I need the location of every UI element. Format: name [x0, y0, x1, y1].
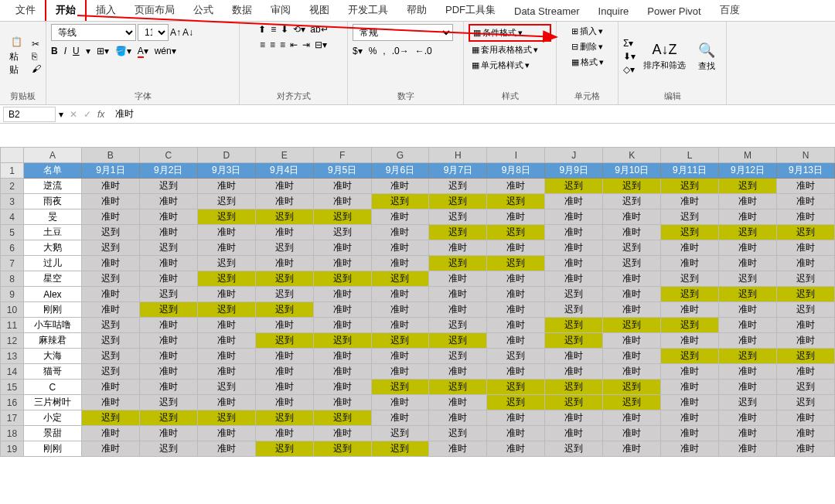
indent-inc-icon[interactable]: ⇥	[302, 39, 310, 50]
name-box[interactable]	[3, 107, 56, 122]
data-cell[interactable]: 迟到	[81, 333, 139, 349]
font-name-select[interactable]: 等线	[51, 24, 136, 41]
data-cell[interactable]: 准时	[197, 426, 255, 441]
data-cell[interactable]: 迟到	[719, 271, 777, 287]
row-header-6[interactable]: 6	[1, 240, 24, 256]
copy-icon[interactable]: ⎘	[32, 51, 41, 62]
data-cell[interactable]: 准时	[545, 225, 603, 240]
data-cell[interactable]: 准时	[255, 194, 313, 209]
data-cell[interactable]: 迟到	[313, 441, 371, 457]
underline-button[interactable]: U	[73, 46, 80, 56]
data-cell[interactable]: 准时	[603, 349, 661, 364]
header-cell[interactable]: 9月4日	[255, 163, 313, 179]
data-cell[interactable]: 迟到	[313, 410, 371, 426]
col-header-F[interactable]: F	[313, 148, 371, 163]
data-cell[interactable]: 准时	[81, 380, 139, 395]
data-cell[interactable]: 迟到	[255, 302, 313, 318]
data-cell[interactable]: 准时	[139, 271, 197, 287]
row-header-5[interactable]: 5	[1, 225, 24, 240]
data-cell[interactable]: 准时	[371, 395, 429, 410]
tab-数据[interactable]: 数据	[223, 0, 261, 21]
header-cell[interactable]: 9月12日	[719, 163, 777, 179]
data-cell[interactable]: 准时	[371, 410, 429, 426]
data-cell[interactable]: 迟到	[487, 256, 545, 271]
name-cell[interactable]: 大鹅	[23, 240, 81, 256]
data-cell[interactable]: 迟到	[487, 194, 545, 209]
row-header-19[interactable]: 19	[1, 441, 24, 457]
data-cell[interactable]: 迟到	[429, 380, 487, 395]
tab-审阅[interactable]: 审阅	[261, 0, 300, 21]
data-cell[interactable]: 准时	[371, 318, 429, 333]
table-format-button[interactable]: ▦ 套用表格格式▾	[469, 43, 551, 57]
data-cell[interactable]: 迟到	[429, 426, 487, 441]
data-cell[interactable]: 准时	[719, 380, 777, 395]
data-cell[interactable]: 迟到	[81, 364, 139, 380]
data-cell[interactable]: 准时	[197, 225, 255, 240]
data-cell[interactable]: 准时	[776, 194, 834, 209]
data-cell[interactable]: 迟到	[487, 225, 545, 240]
name-cell[interactable]: C	[23, 380, 81, 395]
tab-Data Streamer[interactable]: Data Streamer	[505, 2, 589, 21]
data-cell[interactable]: 准时	[487, 179, 545, 194]
number-format-select[interactable]: 常规	[353, 24, 453, 41]
data-cell[interactable]: 迟到	[139, 287, 197, 302]
data-cell[interactable]: 准时	[776, 256, 834, 271]
row-header-18[interactable]: 18	[1, 426, 24, 441]
name-cell[interactable]: 雨夜	[23, 194, 81, 209]
data-cell[interactable]: 迟到	[255, 333, 313, 349]
data-cell[interactable]: 准时	[139, 209, 197, 225]
col-header-M[interactable]: M	[719, 148, 777, 163]
increase-font-icon[interactable]: A↑	[170, 27, 181, 38]
data-cell[interactable]: 准时	[661, 333, 719, 349]
data-cell[interactable]: 迟到	[545, 333, 603, 349]
data-cell[interactable]: 迟到	[313, 271, 371, 287]
format-painter-icon[interactable]: 🖌	[32, 63, 41, 74]
data-cell[interactable]: 准时	[197, 395, 255, 410]
delete-cells-button[interactable]: ⊟删除▾	[568, 39, 606, 54]
row-header-13[interactable]: 13	[1, 349, 24, 364]
col-header-N[interactable]: N	[776, 148, 834, 163]
data-cell[interactable]: 准时	[776, 318, 834, 333]
data-cell[interactable]: 准时	[197, 333, 255, 349]
data-cell[interactable]: 准时	[545, 209, 603, 225]
row-header-17[interactable]: 17	[1, 410, 24, 426]
data-cell[interactable]: 准时	[313, 318, 371, 333]
name-cell[interactable]: 逆流	[23, 179, 81, 194]
data-cell[interactable]: 迟到	[371, 441, 429, 457]
data-cell[interactable]: 准时	[197, 364, 255, 380]
data-cell[interactable]: 准时	[313, 349, 371, 364]
fill-color-icon[interactable]: 🪣▾	[115, 46, 131, 56]
data-cell[interactable]: 迟到	[139, 441, 197, 457]
col-header-L[interactable]: L	[661, 148, 719, 163]
row-header-3[interactable]: 3	[1, 194, 24, 209]
autosum-icon[interactable]: Σ▾	[623, 38, 636, 49]
data-cell[interactable]: 准时	[545, 410, 603, 426]
data-cell[interactable]: 迟到	[197, 410, 255, 426]
conditional-format-button[interactable]: ▦ 条件格式▾	[469, 24, 551, 42]
data-cell[interactable]: 迟到	[545, 318, 603, 333]
data-cell[interactable]: 准时	[313, 395, 371, 410]
header-cell[interactable]: 9月3日	[197, 163, 255, 179]
data-cell[interactable]: 迟到	[429, 349, 487, 364]
data-cell[interactable]: 迟到	[661, 225, 719, 240]
data-cell[interactable]: 准时	[313, 179, 371, 194]
data-cell[interactable]: 准时	[776, 209, 834, 225]
data-cell[interactable]: 准时	[81, 287, 139, 302]
header-cell[interactable]: 9月6日	[371, 163, 429, 179]
data-cell[interactable]: 准时	[429, 441, 487, 457]
data-cell[interactable]: 准时	[371, 349, 429, 364]
data-cell[interactable]: 准时	[661, 240, 719, 256]
tab-PDF工具集[interactable]: PDF工具集	[436, 0, 505, 21]
data-cell[interactable]: 准时	[139, 380, 197, 395]
data-cell[interactable]: 迟到	[139, 302, 197, 318]
header-cell[interactable]: 9月10日	[603, 163, 661, 179]
percent-icon[interactable]: %	[369, 46, 377, 56]
dec-decimal-icon[interactable]: ←.0	[415, 46, 432, 56]
data-cell[interactable]: 迟到	[719, 179, 777, 194]
data-cell[interactable]: 迟到	[197, 194, 255, 209]
data-cell[interactable]: 准时	[313, 287, 371, 302]
row-header-12[interactable]: 12	[1, 333, 24, 349]
data-cell[interactable]: 迟到	[545, 395, 603, 410]
data-cell[interactable]: 准时	[197, 179, 255, 194]
data-cell[interactable]: 迟到	[603, 380, 661, 395]
